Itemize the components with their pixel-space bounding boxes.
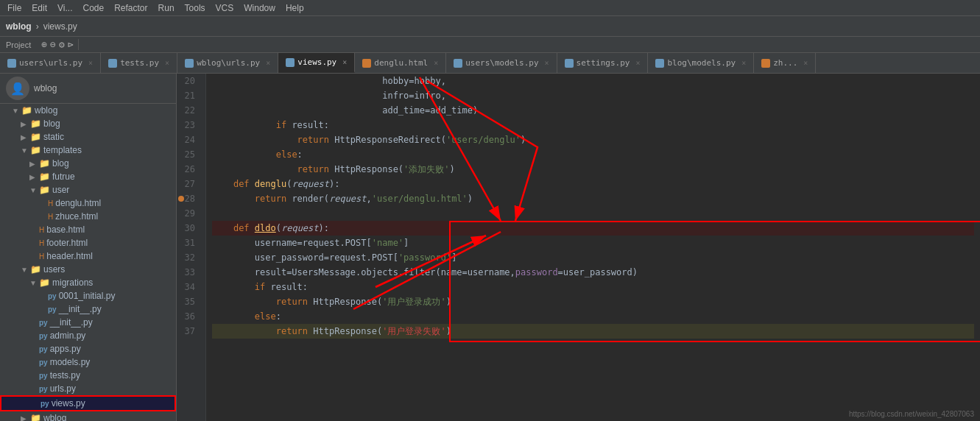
sidebar-label-templates: templates	[43, 145, 82, 155]
tab-close-users-urls[interactable]: ×	[88, 59, 93, 67]
sidebar-label-admin: admin.py	[50, 330, 86, 341]
menu-refactor[interactable]: Refactor	[110, 1, 152, 15]
folder-icon-wblog: 📁	[21, 105, 32, 116]
sidebar-label-blog: blog	[43, 118, 60, 129]
sidebar-item-migrations[interactable]: ▼ 📁 migrations	[0, 276, 176, 289]
tab-label-denglu: denglu.html	[374, 58, 428, 68]
menu-code[interactable]: Code	[79, 1, 109, 15]
sidebar-label-footer-html: footer.html	[46, 238, 88, 248]
tab-tests[interactable]: tests.py ×	[101, 53, 177, 73]
sidebar-label-futrue: futrue	[52, 171, 75, 182]
menubar: File Edit Vi... Code Refactor Run Tools …	[0, 0, 980, 16]
tab-close-users-models[interactable]: ×	[545, 59, 549, 67]
sidebar-item-views[interactable]: py views.py	[0, 395, 176, 411]
tab-close-denglu[interactable]: ×	[434, 59, 438, 67]
py-icon-urls: py	[39, 385, 48, 393]
folder-icon-templates: 📁	[30, 145, 41, 155]
tab-close-tests[interactable]: ×	[165, 59, 169, 67]
sidebar-label-denglu-html: denglu.html	[55, 198, 101, 208]
tab-wblog-urls[interactable]: wblog\urls.py ×	[177, 53, 278, 73]
main-area: 👤 wblog ▼ 📁 wblog ▶ 📁 blog ▶ 📁 static ▼ …	[0, 74, 980, 421]
menu-edit[interactable]: Edit	[27, 1, 52, 15]
sidebar-item-footer-html[interactable]: H footer.html	[0, 236, 176, 250]
line-num-20: 20	[177, 74, 200, 88]
current-file: views.py	[43, 21, 77, 32]
code-line-27: def denglu(request):	[212, 177, 974, 191]
sidebar-item-futrue[interactable]: ▶ 📁 futrue	[0, 170, 176, 183]
arrow-templates: ▼	[21, 146, 28, 155]
menu-vcs[interactable]: VCS	[211, 1, 239, 15]
tab-close-wblog-urls[interactable]: ×	[266, 59, 270, 67]
titlebar: wblog › views.py	[0, 16, 980, 37]
line-num-36: 36	[177, 309, 200, 324]
sidebar-item-denglu-html[interactable]: H denglu.html	[0, 197, 176, 210]
sidebar-item-static[interactable]: ▶ 📁 static	[0, 130, 176, 144]
sidebar-item-wblog[interactable]: ▼ 📁 wblog	[0, 104, 176, 117]
sidebar-item-blog-sub[interactable]: ▶ 📁 blog	[0, 157, 176, 170]
sidebar-item-header-html[interactable]: H header.html	[0, 250, 176, 263]
tab-label-users-models: users\models.py	[465, 58, 538, 68]
sidebar-item-init-sub[interactable]: py __init__.py	[0, 303, 176, 316]
sidebar-label-static: static	[43, 132, 64, 142]
sidebar-item-wblog-sub[interactable]: ▶ 📁 wblog	[0, 411, 176, 421]
folder-icon-blog: 📁	[30, 118, 41, 129]
sidebar-label-blog-sub: blog	[52, 158, 69, 169]
sidebar-item-users[interactable]: ▼ 📁 users	[0, 263, 176, 276]
tab-close-settings[interactable]: ×	[635, 59, 640, 67]
line-num-21: 21	[177, 88, 200, 103]
sidebar-label-views: views.py	[52, 398, 85, 408]
line-num-31: 31	[177, 236, 200, 250]
sidebar-item-init[interactable]: py __init__.py	[0, 316, 176, 329]
tab-close-blog-models[interactable]: ×	[741, 59, 746, 67]
project-title[interactable]: wblog	[6, 21, 32, 32]
tab-close-zh[interactable]: ×	[803, 59, 808, 67]
sync-icon[interactable]: ⊕	[41, 39, 47, 50]
nav-icon[interactable]: ⊳	[68, 39, 74, 50]
py-icon-tests: py	[39, 372, 48, 380]
sidebar-label-user: user	[52, 185, 69, 195]
sidebar-item-models[interactable]: py models.py	[0, 355, 176, 369]
folder-icon-blog-sub: 📁	[39, 158, 50, 169]
tab-settings[interactable]: settings.py ×	[557, 53, 649, 73]
tab-views[interactable]: views.py ×	[278, 53, 355, 73]
line-num-22: 22	[177, 103, 200, 118]
watermark: https://blog.csdn.net/weixin_42807063	[849, 410, 974, 418]
arrow-migrations: ▼	[29, 279, 37, 287]
menu-tools[interactable]: Tools	[180, 1, 210, 15]
sidebar-item-templates[interactable]: ▼ 📁 templates	[0, 144, 176, 157]
sidebar-item-zhuce-html[interactable]: H zhuce.html	[0, 210, 176, 223]
sidebar-label-header-html: header.html	[46, 251, 93, 261]
sidebar-item-apps[interactable]: py apps.py	[0, 342, 176, 355]
sidebar-item-blog[interactable]: ▶ 📁 blog	[0, 117, 176, 130]
tab-blog-models[interactable]: blog\models.py ×	[648, 53, 754, 73]
settings-icon[interactable]: ⚙	[59, 39, 65, 50]
code-line-28: return render(request,'user/denglu.html'…	[212, 191, 974, 206]
sidebar-label-users: users	[43, 264, 65, 275]
line-numbers: 20 21 22 23 24 25 26 27 28 29 30 31 32 3…	[177, 74, 206, 421]
sidebar-item-admin[interactable]: py admin.py	[0, 329, 176, 342]
editor-area[interactable]: 20 21 22 23 24 25 26 27 28 29 30 31 32 3…	[177, 74, 980, 421]
tab-users-models[interactable]: users\models.py ×	[446, 53, 557, 73]
html-icon-header: H	[39, 252, 44, 261]
code-line-32: user_password=request.POST['password']	[212, 250, 974, 265]
menu-window[interactable]: Window	[239, 1, 280, 15]
code-line-21: infro=infro,	[212, 88, 974, 103]
sidebar-item-tests[interactable]: py tests.py	[0, 369, 176, 382]
sidebar-item-urls[interactable]: py urls.py	[0, 382, 176, 395]
tab-label-views: views.py	[297, 57, 336, 67]
tab-denglu[interactable]: denglu.html ×	[355, 53, 446, 73]
collapse-icon[interactable]: ⊖	[50, 39, 56, 50]
sidebar-label-init: __init__.py	[50, 317, 93, 328]
tab-icon-blog-models	[655, 59, 664, 68]
tab-users-urls[interactable]: users\urls.py ×	[0, 53, 101, 73]
sidebar-item-user[interactable]: ▼ 📁 user	[0, 183, 176, 197]
tab-zh[interactable]: zh... ×	[754, 53, 816, 73]
menu-vi[interactable]: Vi...	[53, 1, 77, 15]
sidebar-item-0001[interactable]: py 0001_initial.py	[0, 289, 176, 303]
menu-run[interactable]: Run	[154, 1, 179, 15]
sidebar-item-base-html[interactable]: H base.html	[0, 223, 176, 236]
menu-file[interactable]: File	[3, 1, 26, 15]
menu-help[interactable]: Help	[281, 1, 309, 15]
code-line-30: def dldo(request):	[212, 221, 974, 236]
tab-close-views[interactable]: ×	[342, 58, 347, 66]
